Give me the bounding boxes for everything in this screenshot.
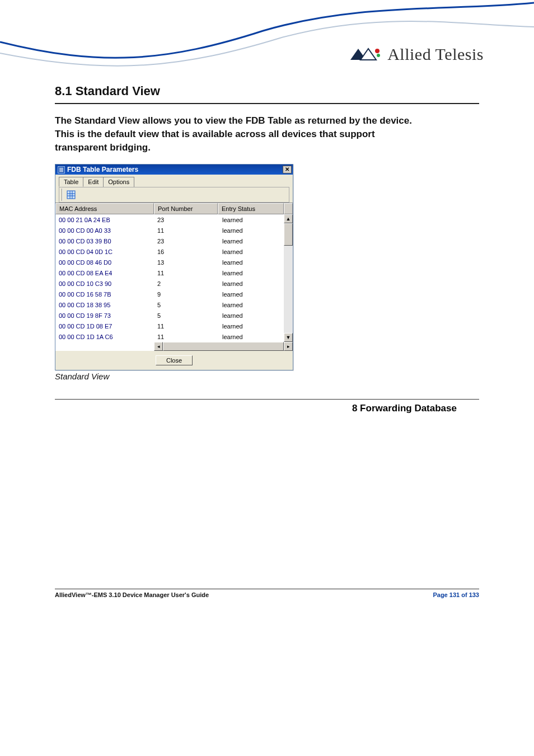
col-header-status[interactable]: Entry Status — [218, 203, 284, 214]
chapter-reference: 8 Forwarding Database — [55, 403, 479, 414]
cell-status: learned — [219, 226, 284, 235]
brand-mark-icon — [349, 46, 382, 62]
table-row[interactable]: 00 00 CD 03 39 B023learned — [55, 236, 284, 246]
cell-mac: 00 00 CD 16 58 7B — [55, 290, 154, 299]
heading-rule — [55, 103, 479, 104]
footer-page-number: Page 131 of 133 — [433, 591, 479, 598]
dialog-title-text: FDB Table Parameters — [67, 166, 138, 173]
cell-port: 9 — [154, 290, 219, 299]
cell-status: learned — [219, 311, 284, 320]
cell-mac: 00 00 CD 19 8F 73 — [55, 311, 154, 320]
svg-point-1 — [377, 54, 380, 57]
cell-status: learned — [219, 215, 284, 224]
cell-mac: 00 00 CD 00 A0 33 — [55, 226, 154, 235]
cell-mac: 00 00 CD 08 EA E4 — [55, 269, 154, 278]
cell-status: learned — [219, 279, 284, 288]
table-grid-icon — [66, 190, 76, 200]
refresh-table-button[interactable] — [65, 189, 77, 201]
cell-mac: 00 00 CD 18 38 95 — [55, 300, 154, 309]
dialog-tabs: Table Edit Options — [59, 177, 289, 187]
svg-rect-2 — [67, 191, 75, 199]
cell-port: 23 — [154, 215, 219, 224]
intro-paragraph: The Standard View allows you to view the… — [55, 114, 413, 154]
horizontal-scrollbar[interactable]: ◂ ▸ — [154, 342, 293, 351]
page-header: Allied Telesis — [0, 0, 534, 73]
table-row[interactable]: 00 00 CD 04 0D 1C16learned — [55, 246, 284, 257]
table-row[interactable]: 00 00 CD 1D 1A C611learned — [55, 331, 284, 342]
cell-port: 5 — [154, 300, 219, 309]
cell-status: learned — [219, 269, 284, 278]
cell-mac: 00 00 CD 03 39 B0 — [55, 237, 154, 246]
table-row[interactable]: 00 00 CD 19 8F 735learned — [55, 310, 284, 321]
scroll-left-button[interactable]: ◂ — [154, 342, 163, 351]
brand-logo: Allied Telesis — [349, 45, 484, 64]
scroll-up-button[interactable]: ▲ — [284, 214, 293, 223]
dialog-titlebar[interactable]: FDB Table Parameters ✕ — [55, 165, 293, 175]
table-row[interactable]: 00 00 CD 10 C3 902learned — [55, 278, 284, 289]
cell-status: learned — [219, 300, 284, 309]
dialog-toolbar — [59, 187, 289, 203]
footer-doc-title: AlliedView™-EMS 3.10 Device Manager User… — [55, 591, 209, 598]
fdb-dialog: FDB Table Parameters ✕ Table Edit Option… — [55, 164, 293, 370]
section-heading: 8.1 Standard View — [55, 84, 479, 98]
cell-mac: 00 00 CD 1D 1A C6 — [55, 332, 154, 341]
table-row[interactable]: 00 00 CD 08 EA E411learned — [55, 267, 284, 278]
cell-mac: 00 00 21 0A 24 EB — [55, 215, 154, 224]
toolbar-grip-icon — [62, 189, 63, 201]
cell-status: learned — [219, 290, 284, 299]
cell-port: 5 — [154, 311, 219, 320]
tab-edit[interactable]: Edit — [83, 177, 104, 187]
scroll-right-button[interactable]: ▸ — [284, 342, 293, 351]
figure-caption: Standard View — [55, 372, 479, 381]
col-header-mac[interactable]: MAC Address — [55, 203, 154, 214]
cell-mac: 00 00 CD 08 46 D0 — [55, 258, 154, 267]
tab-options[interactable]: Options — [103, 177, 134, 187]
cell-status: learned — [219, 247, 284, 256]
table-row[interactable]: 00 00 CD 1D 08 E711learned — [55, 321, 284, 331]
table-row[interactable]: 00 00 CD 08 46 D013learned — [55, 257, 284, 267]
window-icon — [58, 166, 65, 173]
close-button[interactable]: Close — [156, 355, 193, 365]
cell-status: learned — [219, 332, 284, 341]
table-row[interactable]: 00 00 CD 18 38 955learned — [55, 299, 284, 310]
col-header-port[interactable]: Port Number — [154, 203, 218, 214]
cell-port: 11 — [154, 226, 219, 235]
scroll-thumb[interactable] — [284, 223, 293, 246]
hscroll-thumb[interactable] — [163, 342, 284, 351]
cell-port: 11 — [154, 332, 219, 341]
cell-port: 13 — [154, 258, 219, 267]
cell-mac: 00 00 CD 10 C3 90 — [55, 279, 154, 288]
cell-port: 2 — [154, 279, 219, 288]
mid-page-rule — [55, 399, 479, 400]
table-row[interactable]: 00 00 CD 00 A0 3311learned — [55, 225, 284, 236]
table-row[interactable]: 00 00 CD 16 58 7B9learned — [55, 289, 284, 299]
svg-point-0 — [375, 49, 380, 53]
cell-mac: 00 00 CD 04 0D 1C — [55, 247, 154, 256]
fdb-table: MAC Address Port Number Entry Status 00 … — [55, 203, 293, 351]
table-header-row: MAC Address Port Number Entry Status — [55, 203, 293, 214]
page-footer: AlliedView™-EMS 3.10 Device Manager User… — [55, 584, 479, 598]
cell-port: 11 — [154, 322, 219, 331]
table-row[interactable]: 00 00 21 0A 24 EB23learned — [55, 214, 284, 225]
footer-rule — [55, 589, 479, 589]
tab-table[interactable]: Table — [59, 177, 83, 187]
cell-status: learned — [219, 258, 284, 267]
brand-name: Allied Telesis — [387, 45, 484, 64]
cell-mac: 00 00 CD 1D 08 E7 — [55, 322, 154, 331]
vertical-scrollbar[interactable]: ▲ ▼ — [284, 214, 293, 342]
window-close-button[interactable]: ✕ — [283, 166, 292, 173]
cell-port: 23 — [154, 237, 219, 246]
cell-status: learned — [219, 237, 284, 246]
scroll-down-button[interactable]: ▼ — [284, 333, 293, 342]
cell-status: learned — [219, 322, 284, 331]
cell-port: 11 — [154, 269, 219, 278]
cell-port: 16 — [154, 247, 219, 256]
